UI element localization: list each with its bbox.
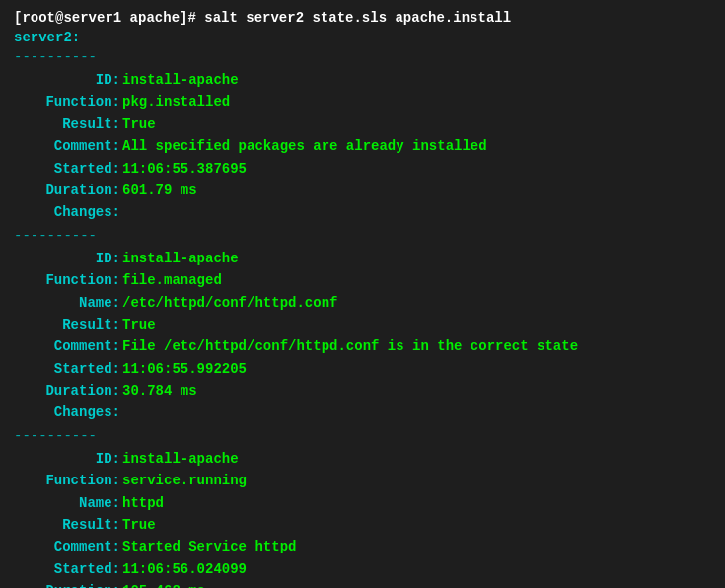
block2-id-label: ID: — [14, 248, 122, 269]
separator-3: ---------- — [14, 428, 711, 444]
block2-name-label: Name: — [14, 292, 122, 314]
block3-function-value: service.running — [122, 470, 247, 491]
block1-duration-label: Duration: — [14, 180, 122, 201]
block2-comment-row: Comment: File /etc/httpd/conf/httpd.conf… — [14, 335, 711, 357]
block2-duration-value: 30.784 ms — [122, 380, 197, 402]
block2-started-label: Started: — [14, 358, 122, 380]
block3-duration-row: Duration: 105.468 ms — [14, 580, 711, 588]
block1-id-label: ID: — [14, 69, 122, 91]
block3-started-value: 11:06:56.024099 — [122, 558, 247, 580]
block2-name-value: /etc/httpd/conf/httpd.conf — [122, 292, 337, 314]
block1-duration-value: 601.79 ms — [122, 180, 197, 201]
block2-duration-row: Duration: 30.784 ms — [14, 380, 711, 402]
block2-id-row: ID: install-apache — [14, 248, 711, 269]
block3-name-row: Name: httpd — [14, 492, 711, 514]
block3-comment-row: Comment: Started Service httpd — [14, 536, 711, 557]
block2-changes-row: Changes: — [14, 402, 711, 423]
block1-function-label: Function: — [14, 91, 122, 112]
block2-started-row: Started: 11:06:55.992205 — [14, 358, 711, 380]
block-1: ID: install-apache Function: pkg.install… — [14, 69, 711, 224]
block2-started-value: 11:06:55.992205 — [122, 358, 247, 380]
block1-comment-label: Comment: — [14, 135, 122, 157]
block3-id-label: ID: — [14, 448, 122, 470]
block3-duration-value: 105.468 ms — [122, 580, 205, 588]
separator-1: ---------- — [14, 49, 711, 65]
block1-comment-row: Comment: All specified packages are alre… — [14, 135, 711, 157]
block3-comment-value: Started Service httpd — [122, 536, 296, 557]
block2-function-value: file.managed — [122, 269, 222, 291]
block3-duration-label: Duration: — [14, 580, 122, 588]
block1-started-row: Started: 11:06:55.387695 — [14, 158, 711, 180]
block1-started-label: Started: — [14, 158, 122, 180]
block2-result-row: Result: True — [14, 314, 711, 335]
block2-duration-label: Duration: — [14, 380, 122, 402]
block1-id-value: install-apache — [122, 69, 239, 91]
block1-result-row: Result: True — [14, 113, 711, 135]
block1-function-row: Function: pkg.installed — [14, 91, 711, 112]
block1-changes-row: Changes: — [14, 201, 711, 223]
block-3: ID: install-apache Function: service.run… — [14, 448, 711, 588]
block2-changes-label: Changes: — [14, 402, 122, 423]
block1-comment-value: All specified packages are already insta… — [122, 135, 487, 157]
block2-result-value: True — [122, 314, 156, 335]
block2-function-label: Function: — [14, 269, 122, 291]
block2-comment-value: File /etc/httpd/conf/httpd.conf is in th… — [122, 335, 578, 357]
block3-id-row: ID: install-apache — [14, 448, 711, 470]
block3-started-label: Started: — [14, 558, 122, 580]
terminal-container: [root@server1 apache]# salt server2 stat… — [14, 10, 711, 588]
block3-started-row: Started: 11:06:56.024099 — [14, 558, 711, 580]
block3-id-value: install-apache — [122, 448, 239, 470]
block2-comment-label: Comment: — [14, 335, 122, 357]
block2-name-row: Name: /etc/httpd/conf/httpd.conf — [14, 292, 711, 314]
block1-result-value: True — [122, 113, 156, 135]
block3-name-label: Name: — [14, 492, 122, 514]
block2-id-value: install-apache — [122, 248, 239, 269]
block3-function-row: Function: service.running — [14, 470, 711, 491]
block3-result-value: True — [122, 514, 156, 536]
block3-result-row: Result: True — [14, 514, 711, 536]
block-2: ID: install-apache Function: file.manage… — [14, 248, 711, 424]
block1-function-value: pkg.installed — [122, 91, 230, 112]
command-line: [root@server1 apache]# salt server2 stat… — [14, 10, 711, 26]
block1-changes-label: Changes: — [14, 201, 122, 223]
block1-result-label: Result: — [14, 113, 122, 135]
block2-function-row: Function: file.managed — [14, 269, 711, 291]
separator-2: ---------- — [14, 228, 711, 244]
block3-function-label: Function: — [14, 470, 122, 491]
server-name: server2: — [14, 30, 711, 45]
block2-result-label: Result: — [14, 314, 122, 335]
block3-comment-label: Comment: — [14, 536, 122, 557]
block1-duration-row: Duration: 601.79 ms — [14, 180, 711, 201]
block3-name-value: httpd — [122, 492, 164, 514]
block1-id-row: ID: install-apache — [14, 69, 711, 91]
block1-started-value: 11:06:55.387695 — [122, 158, 247, 180]
block3-result-label: Result: — [14, 514, 122, 536]
